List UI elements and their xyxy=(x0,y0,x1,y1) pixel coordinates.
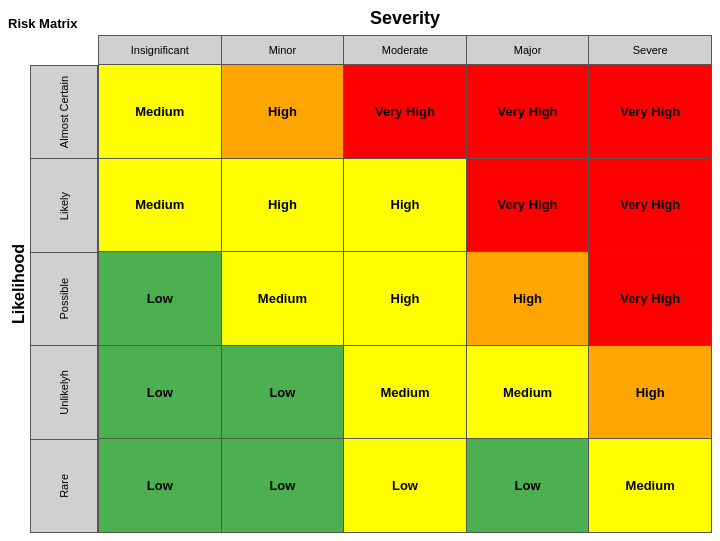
cell-4-1: Low xyxy=(221,439,344,533)
cell-0-2: Very High xyxy=(343,65,466,159)
header-cell-3: Major xyxy=(466,35,589,65)
cell-3-4: High xyxy=(588,346,712,440)
row-label-2: Possible xyxy=(30,252,98,345)
table-row: MediumHighHighVery HighVery High xyxy=(98,159,712,253)
cell-3-2: Medium xyxy=(343,346,466,440)
cell-2-1: Medium xyxy=(221,252,344,346)
cell-2-3: High xyxy=(466,252,589,346)
cell-1-3: Very High xyxy=(466,159,589,253)
cell-2-0: Low xyxy=(98,252,221,346)
cell-4-0: Low xyxy=(98,439,221,533)
cell-0-4: Very High xyxy=(588,65,712,159)
cell-0-3: Very High xyxy=(466,65,589,159)
cell-3-0: Low xyxy=(98,346,221,440)
cell-1-4: Very High xyxy=(588,159,712,253)
row-label-spacer xyxy=(30,35,98,65)
right-section: Almost CertainLikelyPossibleUnlikelyhRar… xyxy=(30,35,712,533)
cell-0-1: High xyxy=(221,65,344,159)
cell-1-0: Medium xyxy=(98,159,221,253)
likelihood-label: Likelihood xyxy=(8,35,30,533)
risk-matrix-container: Risk Matrix Severity Likelihood Almost C… xyxy=(0,0,720,541)
table-wrapper: Almost CertainLikelyPossibleUnlikelyhRar… xyxy=(30,35,712,533)
header-row: InsignificantMinorModerateMajorSevere xyxy=(98,35,712,65)
risk-matrix-label: Risk Matrix xyxy=(8,16,98,33)
table-row: LowLowMediumMediumHigh xyxy=(98,346,712,440)
cell-2-2: High xyxy=(343,252,466,346)
severity-title: Severity xyxy=(98,8,712,33)
cell-4-3: Low xyxy=(466,439,589,533)
table-row: MediumHighVery HighVery HighVery High xyxy=(98,65,712,159)
header-cell-2: Moderate xyxy=(343,35,466,65)
row-label-1: Likely xyxy=(30,158,98,251)
data-rows: MediumHighVery HighVery HighVery HighMed… xyxy=(98,65,712,533)
cell-3-1: Low xyxy=(221,346,344,440)
row-labels: Almost CertainLikelyPossibleUnlikelyhRar… xyxy=(30,35,98,533)
table-row: LowLowLowLowMedium xyxy=(98,439,712,533)
header-cell-1: Minor xyxy=(221,35,344,65)
cell-4-4: Medium xyxy=(588,439,712,533)
row-label-4: Rare xyxy=(30,439,98,533)
cell-0-0: Medium xyxy=(98,65,221,159)
table-row: LowMediumHighHighVery High xyxy=(98,252,712,346)
row-label-0: Almost Certain xyxy=(30,65,98,158)
cell-2-4: Very High xyxy=(588,252,712,346)
cell-3-3: Medium xyxy=(466,346,589,440)
cell-1-1: High xyxy=(221,159,344,253)
main-area: Likelihood Almost CertainLikelyPossibleU… xyxy=(8,35,712,533)
cell-4-2: Low xyxy=(343,439,466,533)
row-label-3: Unlikelyh xyxy=(30,345,98,438)
header-cell-4: Severe xyxy=(588,35,712,65)
cell-1-2: High xyxy=(343,159,466,253)
header-cell-0: Insignificant xyxy=(98,35,221,65)
grid-section: InsignificantMinorModerateMajorSevere Me… xyxy=(98,35,712,533)
